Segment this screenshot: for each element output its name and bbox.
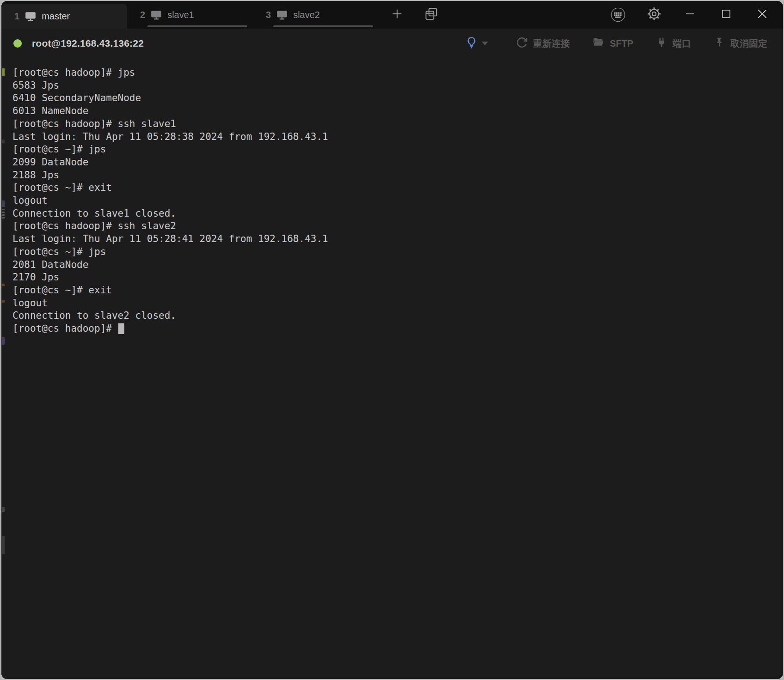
tab-slave1[interactable]: 2 slave1	[127, 1, 253, 29]
folder-icon	[592, 36, 605, 51]
indicator-mark	[2, 300, 5, 303]
unpin-label: 取消固定	[730, 37, 767, 50]
tab-number: 2	[140, 10, 145, 20]
session-actions: 重新连接 SFTP 端口 取消固定	[465, 36, 771, 51]
terminal-line: Connection to slave1 closed.	[12, 207, 778, 220]
connection-status-dot	[13, 39, 22, 48]
lightbulb-icon	[465, 36, 478, 51]
sftp-button[interactable]: SFTP	[592, 36, 633, 51]
indicator-mark	[2, 140, 5, 143]
terminal-line: Connection to slave2 closed.	[12, 310, 778, 322]
indicator-mark	[2, 68, 5, 76]
terminal-line: [root@cs hadoop]# ssh slave1	[12, 118, 778, 131]
hint-dropdown-button[interactable]	[465, 36, 488, 51]
minimize-button[interactable]	[682, 7, 698, 23]
terminal-line: [root@cs ~]# exit	[12, 284, 778, 297]
indicator-mark	[2, 200, 5, 207]
plus-icon	[390, 7, 404, 23]
app-window: 1 master 2 slave1 3 slave2	[1, 1, 783, 679]
terminal-screen[interactable]: [root@cs hadoop]# jps6583 Jps6410 Second…	[1, 58, 783, 679]
indicator-mark	[2, 217, 5, 219]
terminal-cursor	[118, 323, 124, 334]
tab-bar: 1 master 2 slave1 3 slave2	[1, 1, 783, 29]
sftp-label: SFTP	[610, 38, 633, 49]
tab-underline	[273, 25, 373, 27]
close-icon	[756, 8, 768, 22]
terminal-line: 2188 Jps	[12, 169, 778, 182]
session-host-title: root@192.168.43.136:22	[32, 38, 144, 49]
gear-icon	[647, 6, 662, 23]
terminal-line: 2081 DataNode	[12, 259, 778, 272]
terminal-line: [root@cs ~]# jps	[12, 143, 778, 156]
minimize-icon	[685, 8, 696, 21]
scroll-indicator-strip[interactable]	[1, 58, 5, 679]
indicator-mark	[2, 536, 5, 554]
session-manager-button[interactable]	[421, 1, 441, 29]
refresh-icon	[516, 36, 528, 51]
terminal-line: Last login: Thu Apr 11 05:28:38 2024 fro…	[12, 131, 778, 144]
indicator-mark	[2, 209, 5, 210]
tab-label: master	[42, 11, 70, 22]
tab-label: slave1	[167, 10, 194, 20]
terminal-line: Last login: Thu Apr 11 05:28:41 2024 fro…	[12, 233, 778, 246]
terminal-line: 6013 NameNode	[12, 105, 778, 118]
indicator-mark	[2, 212, 5, 213]
chevron-down-icon	[482, 42, 488, 45]
indicator-mark	[2, 284, 5, 286]
terminal-line: 2170 Jps	[12, 271, 778, 284]
terminal-line: [root@cs hadoop]# jps	[12, 67, 778, 79]
terminal-line: [root@cs ~]# jps	[12, 246, 778, 259]
windows-panels-icon	[424, 7, 438, 23]
session-toolbar: root@192.168.43.136:22 重新连接 SFTP	[1, 29, 783, 58]
on-screen-keyboard-button[interactable]	[610, 7, 626, 23]
tab-master[interactable]: 1 master	[1, 4, 127, 29]
terminal-line: [root@cs ~]# exit	[12, 182, 778, 194]
window-controls	[610, 1, 783, 29]
settings-button[interactable]	[646, 7, 662, 23]
reconnect-button[interactable]: 重新连接	[516, 36, 570, 51]
terminal-prompt-line: [root@cs hadoop]#	[12, 322, 778, 335]
new-tab-button[interactable]	[387, 1, 407, 29]
maximize-button[interactable]	[718, 7, 734, 23]
terminal-line: 6583 Jps	[12, 79, 778, 92]
monitor-icon	[276, 9, 288, 21]
reconnect-label: 重新连接	[533, 37, 570, 50]
monitor-icon	[24, 10, 37, 22]
tab-underline	[147, 25, 247, 27]
tab-number: 3	[266, 10, 271, 20]
close-button[interactable]	[754, 7, 770, 23]
terminal-line: logout	[12, 194, 778, 207]
tab-label: slave2	[293, 10, 320, 20]
terminal-prompt: [root@cs hadoop]#	[12, 322, 118, 335]
terminal-line: 2099 DataNode	[12, 156, 778, 169]
indicator-mark	[2, 337, 5, 345]
pin-icon	[713, 36, 725, 51]
unpin-button[interactable]: 取消固定	[713, 36, 767, 51]
ports-label: 端口	[673, 37, 691, 50]
indicator-mark	[2, 214, 5, 216]
monitor-icon	[150, 9, 162, 21]
plug-icon	[655, 36, 668, 51]
maximize-icon	[721, 8, 732, 21]
terminal-line: [root@cs hadoop]# ssh slave2	[12, 220, 778, 233]
indicator-mark	[2, 507, 5, 512]
tab-number: 1	[14, 11, 19, 22]
ports-button[interactable]: 端口	[655, 36, 691, 51]
tab-slave2[interactable]: 3 slave2	[253, 1, 379, 29]
terminal-line: logout	[12, 297, 778, 310]
terminal-lines: [root@cs hadoop]# jps6583 Jps6410 Second…	[12, 67, 778, 322]
terminal-line: 6410 SecondaryNameNode	[12, 92, 778, 105]
